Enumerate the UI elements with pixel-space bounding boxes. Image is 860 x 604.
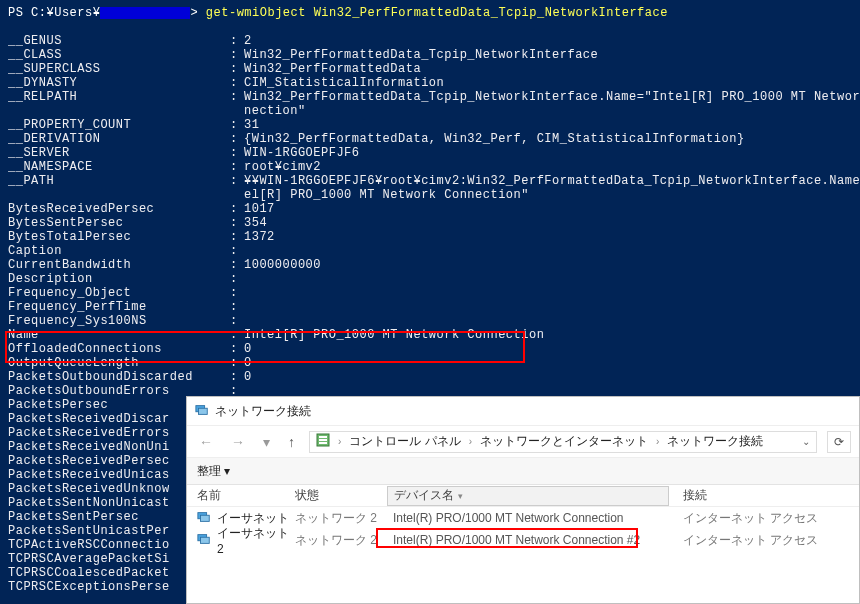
nav-recent-icon[interactable]: ▾	[259, 434, 274, 450]
ethernet-icon	[197, 533, 211, 548]
svg-rect-1	[199, 408, 208, 414]
prop-val-cont: el[R] PRO_1000 MT Network Connection"	[8, 188, 852, 202]
output-row: __PROPERTY_COUNT: 31	[8, 118, 852, 132]
crumb-1[interactable]: ネットワークとインターネット	[480, 433, 648, 450]
prop-sep: :	[230, 272, 244, 286]
col-conn-header[interactable]: 接続	[669, 487, 859, 504]
col-device-header[interactable]: デバイス名▾	[387, 486, 669, 506]
output-row: Description:	[8, 272, 852, 286]
prompt-prefix: PS C:¥Users¥	[8, 6, 100, 20]
prop-key: __DYNASTY	[8, 76, 230, 90]
nav-forward-icon[interactable]: →	[227, 434, 249, 450]
prop-sep: :	[230, 146, 244, 160]
output-row: Name: Intel[R] PRO_1000 MT Network Conne…	[8, 328, 852, 342]
prop-key: __NAMESPACE	[8, 160, 230, 174]
prop-key: __RELPATH	[8, 90, 230, 104]
chevron-down-icon[interactable]: ⌄	[802, 436, 810, 447]
column-headers: 名前 状態 デバイス名▾ 接続	[187, 485, 859, 507]
explorer-toolbar: 整理 ▾	[187, 457, 859, 485]
svg-rect-5	[319, 442, 327, 444]
prop-key: Caption	[8, 244, 230, 258]
prop-val: 354	[244, 216, 852, 230]
output-row: __RELPATH: Win32_PerfFormattedData_Tcpip…	[8, 90, 852, 104]
output-row: __CLASS: Win32_PerfFormattedData_Tcpip_N…	[8, 48, 852, 62]
output-row: __SUPERCLASS: Win32_PerfFormattedData	[8, 62, 852, 76]
prop-sep: :	[230, 76, 244, 90]
output-row: Frequency_PerfTime:	[8, 300, 852, 314]
output-row: __SERVER: WIN-1RGGOEPFJF6	[8, 146, 852, 160]
item-state: ネットワーク 2	[295, 510, 387, 527]
chevron-down-icon: ▾	[458, 491, 463, 501]
prop-val: 31	[244, 118, 852, 132]
control-panel-icon	[316, 433, 330, 450]
prop-val: Win32_PerfFormattedData_Tcpip_NetworkInt…	[244, 48, 852, 62]
item-conn: インターネット アクセス	[669, 510, 859, 527]
prop-sep: :	[230, 160, 244, 174]
network-connections-icon	[195, 404, 209, 419]
output-row: __GENUS: 2	[8, 34, 852, 48]
item-device: Intel(R) PRO/1000 MT Network Connection	[387, 511, 669, 525]
prop-key: __CLASS	[8, 48, 230, 62]
prop-sep: :	[230, 258, 244, 272]
breadcrumb[interactable]: › コントロール パネル › ネットワークとインターネット › ネットワーク接続…	[309, 431, 817, 453]
nav-back-icon[interactable]: ←	[195, 434, 217, 450]
chevron-right-icon: ›	[338, 436, 341, 447]
col-name-header[interactable]: 名前	[187, 487, 295, 504]
prop-sep: :	[230, 356, 244, 370]
prop-key: Name	[8, 328, 230, 342]
explorer-window[interactable]: ネットワーク接続 ← → ▾ ↑ › コントロール パネル › ネットワークとイ…	[186, 396, 860, 604]
output-row: BytesReceivedPersec: 1017	[8, 202, 852, 216]
prop-val: 0	[244, 342, 852, 356]
prop-sep: :	[230, 286, 244, 300]
prop-sep: :	[230, 342, 244, 356]
prop-sep: :	[230, 90, 244, 104]
prop-val: WIN-1RGGOEPFJF6	[244, 146, 852, 160]
command-text: get-wmiObject Win32_PerfFormattedData_Tc…	[206, 6, 668, 20]
svg-rect-7	[201, 515, 210, 521]
svg-rect-3	[319, 436, 327, 438]
chevron-right-icon: ›	[469, 436, 472, 447]
prop-val	[244, 244, 852, 258]
prop-key: BytesReceivedPersec	[8, 202, 230, 216]
prop-key: Description	[8, 272, 230, 286]
item-device: Intel(R) PRO/1000 MT Network Connection …	[387, 533, 669, 547]
item-conn: インターネット アクセス	[669, 532, 859, 549]
prop-val: Intel[R] PRO_1000 MT Network Connection	[244, 328, 852, 342]
prop-key: BytesSentPersec	[8, 216, 230, 230]
redacted-username	[100, 7, 190, 19]
output-row: Frequency_Object:	[8, 286, 852, 300]
prop-sep: :	[230, 216, 244, 230]
nav-up-icon[interactable]: ↑	[284, 434, 299, 450]
crumb-0[interactable]: コントロール パネル	[349, 433, 460, 450]
output-row: BytesSentPersec: 354	[8, 216, 852, 230]
prop-val	[244, 314, 852, 328]
prop-sep: :	[230, 314, 244, 328]
crumb-2[interactable]: ネットワーク接続	[667, 433, 763, 450]
prop-key: BytesTotalPersec	[8, 230, 230, 244]
organize-button[interactable]: 整理 ▾	[197, 463, 230, 480]
refresh-button[interactable]: ⟳	[827, 431, 851, 453]
prop-val: 1017	[244, 202, 852, 216]
prop-val: 1372	[244, 230, 852, 244]
chevron-right-icon: ›	[656, 436, 659, 447]
col-state-header[interactable]: 状態	[295, 487, 387, 504]
item-state: ネットワーク 2	[295, 532, 387, 549]
prop-val	[244, 300, 852, 314]
prop-sep: :	[230, 328, 244, 342]
prompt-line: PS C:¥Users¥> get-wmiObject Win32_PerfFo…	[8, 6, 852, 20]
list-item[interactable]: イーサネット 2ネットワーク 2Intel(R) PRO/1000 MT Net…	[187, 529, 859, 551]
prop-sep: :	[230, 244, 244, 258]
prop-key: __DERIVATION	[8, 132, 230, 146]
prop-val: root¥cimv2	[244, 160, 852, 174]
prop-key: __PATH	[8, 174, 230, 188]
output-row: Frequency_Sys100NS:	[8, 314, 852, 328]
prop-val: 0	[244, 370, 852, 384]
prop-val: Win32_PerfFormattedData	[244, 62, 852, 76]
output-row: __PATH: ¥¥WIN-1RGGOEPFJF6¥root¥cimv2:Win…	[8, 174, 852, 188]
output-row: __NAMESPACE: root¥cimv2	[8, 160, 852, 174]
explorer-titlebar: ネットワーク接続	[187, 397, 859, 425]
prop-key: Frequency_Object	[8, 286, 230, 300]
prop-key: __PROPERTY_COUNT	[8, 118, 230, 132]
prop-sep: :	[230, 48, 244, 62]
prop-val: CIM_StatisticalInformation	[244, 76, 852, 90]
